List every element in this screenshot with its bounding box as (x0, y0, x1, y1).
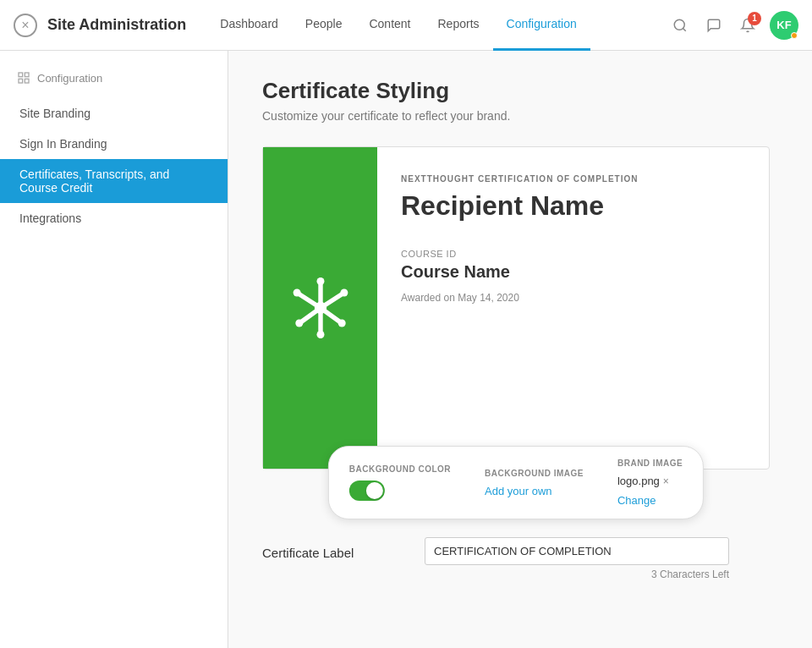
cert-recipient: Recipient Name (401, 190, 745, 222)
topbar-title: Site Administration (47, 16, 186, 34)
nav-people[interactable]: People (292, 0, 356, 51)
cert-label-input-wrapper: 3 Characters Left (425, 537, 729, 580)
cert-awarded-text: Awarded on May 14, 2020 (401, 292, 745, 304)
configuration-icon (17, 71, 30, 85)
svg-line-13 (321, 294, 342, 308)
avatar-status-dot (791, 32, 798, 39)
cert-course-name: Course Name (401, 262, 745, 282)
svg-point-0 (674, 19, 684, 30)
bg-image-label: BACKGROUND IMAGE (485, 469, 584, 478)
sidebar-item-sign-in-branding[interactable]: Sign In Branding (0, 129, 228, 159)
cert-label-section: Certificate Label 3 Characters Left (262, 537, 778, 580)
svg-point-12 (295, 320, 303, 327)
svg-point-18 (316, 331, 324, 338)
cert-body: NEXTTHOUGHT CERTIFICATION OF COMPLETION … (377, 147, 769, 469)
svg-rect-2 (19, 73, 23, 77)
page-title: Certificate Styling (262, 78, 778, 104)
svg-rect-3 (25, 73, 29, 77)
sidebar-item-integrations[interactable]: Integrations (0, 203, 228, 233)
bg-image-add-link[interactable]: Add your own (485, 485, 552, 497)
cert-controls-panel: BACKGROUND COLOR BACKGROUND IMAGE Add yo… (328, 446, 704, 519)
cert-label-field-row: Certificate Label 3 Characters Left (262, 537, 778, 580)
topbar: × Site Administration Dashboard People C… (0, 0, 812, 51)
notifications-icon[interactable]: 1 (736, 14, 760, 37)
cert-label-field-label: Certificate Label (262, 537, 398, 560)
cert-label-hint: 3 Characters Left (425, 568, 729, 580)
main-layout: Configuration Site Branding Sign In Bran… (0, 51, 812, 648)
cert-label-input[interactable] (425, 537, 729, 565)
toggle-thumb (366, 482, 383, 499)
avatar[interactable]: KF (770, 11, 798, 40)
brand-file-row: logo.png × (617, 475, 669, 487)
svg-line-1 (683, 28, 685, 30)
svg-rect-5 (19, 79, 23, 83)
brand-image-label: BRAND IMAGE (617, 459, 683, 468)
sidebar-header: Configuration (0, 64, 228, 98)
sidebar-item-certificates[interactable]: Certificates, Transcripts, and Course Cr… (0, 159, 228, 203)
certificate-preview: NEXTTHOUGHT CERTIFICATION OF COMPLETION … (263, 147, 769, 469)
nav-configuration[interactable]: Configuration (493, 0, 590, 51)
sidebar-item-site-branding[interactable]: Site Branding (0, 98, 228, 129)
brand-image-group: BRAND IMAGE logo.png × Change (617, 459, 683, 507)
nav-dashboard[interactable]: Dashboard (206, 0, 292, 51)
search-icon[interactable] (668, 14, 692, 37)
bg-color-group: BACKGROUND COLOR (349, 464, 451, 501)
svg-point-16 (340, 289, 348, 297)
topbar-nav: Dashboard People Content Reports Configu… (206, 0, 668, 51)
page-subtitle: Customize your certificate to reflect yo… (262, 109, 778, 123)
cert-badge-label: NEXTTHOUGHT CERTIFICATION OF COMPLETION (401, 174, 745, 184)
bg-color-toggle[interactable] (349, 481, 385, 501)
svg-line-14 (299, 294, 320, 308)
brand-remove-button[interactable]: × (663, 475, 669, 487)
svg-point-10 (316, 277, 324, 285)
certificate-preview-wrapper: NEXTTHOUGHT CERTIFICATION OF COMPLETION … (262, 146, 770, 470)
brand-filename: logo.png (617, 475, 660, 487)
cert-brand-logo (283, 270, 359, 346)
nav-content[interactable]: Content (355, 0, 424, 51)
svg-point-11 (337, 320, 345, 327)
bg-color-label: BACKGROUND COLOR (349, 464, 451, 474)
svg-line-9 (301, 308, 321, 321)
notification-count: 1 (748, 12, 761, 25)
sidebar: Configuration Site Branding Sign In Bran… (0, 51, 228, 648)
cert-course-id-label: Course ID (401, 249, 745, 259)
bg-image-group: BACKGROUND IMAGE Add your own (485, 469, 584, 497)
nav-reports[interactable]: Reports (425, 0, 493, 51)
cert-green-sidebar (263, 147, 377, 469)
svg-line-8 (321, 308, 340, 321)
svg-point-17 (293, 289, 300, 297)
main-content: Certificate Styling Customize your certi… (228, 51, 812, 648)
close-button[interactable]: × (14, 14, 37, 37)
topbar-actions: 1 KF (668, 11, 798, 40)
svg-rect-4 (25, 79, 29, 83)
chat-icon[interactable] (702, 14, 726, 37)
brand-change-link[interactable]: Change (617, 494, 656, 507)
